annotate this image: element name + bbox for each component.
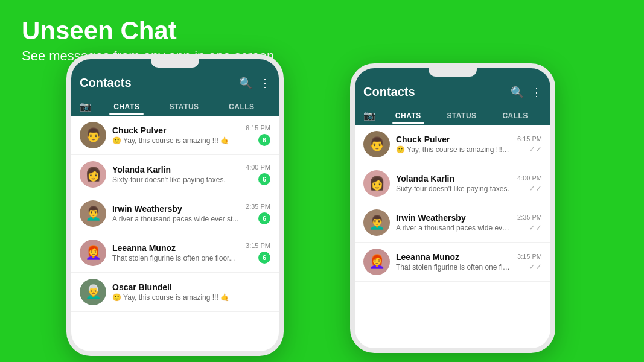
menu-icon-right[interactable]: ⋮ — [531, 86, 542, 99]
header-icons-left: 🔍 ⋮ — [239, 77, 270, 90]
tab-status-left[interactable]: STATUS — [155, 99, 212, 115]
chat-name: Leeanna Munoz — [396, 252, 511, 262]
chat-time: 4:00 PM — [517, 174, 542, 182]
chat-item[interactable]: 👩 Yolanda Karlin Sixty-four doesn't like… — [355, 164, 550, 203]
chat-meta: 3:15 PM ✓✓ — [517, 253, 542, 272]
phone-notch-right — [429, 68, 477, 77]
chat-time: 4:00 PM — [246, 164, 270, 171]
wa-header-right: Contacts 🔍 ⋮ 📷 CHATS STATUS CALLS — [355, 68, 550, 125]
tabs-right: 📷 CHATS STATUS CALLS — [363, 104, 542, 125]
avatar: 👩 — [363, 170, 390, 197]
chat-preview: 🙂 Yay, this course is amazing !!! 🤙 — [112, 293, 264, 302]
avatar: 👨 — [80, 122, 106, 148]
header-icons-right: 🔍 ⋮ — [511, 86, 542, 99]
chat-info: Yolanda Karlin Sixty-four doesn't like p… — [396, 174, 511, 193]
avatar: 👩‍🦰 — [363, 249, 390, 275]
chat-meta: 2:35 PM 6 — [246, 203, 270, 224]
chat-name: Irwin Weathersby — [396, 213, 511, 223]
phone-right: Contacts 🔍 ⋮ 📷 CHATS STATUS CALLS 👨 — [350, 63, 555, 353]
unread-badge: 6 — [258, 252, 270, 264]
avatar: 👨‍🦳 — [80, 279, 106, 305]
chat-meta: 2:35 PM ✓✓ — [517, 214, 542, 232]
chat-name: Chuck Pulver — [396, 135, 511, 144]
chat-preview: 🙂 Yay, this course is amazing !!! 🤙 — [112, 136, 240, 145]
chat-preview: Sixty-four doesn't like paying taxes. — [112, 176, 240, 184]
unread-badge: 6 — [258, 173, 270, 185]
chat-time: 3:15 PM — [517, 253, 542, 260]
chat-name: Yolanda Karlin — [112, 165, 240, 174]
chat-preview: A river a thousand paces wide ever st... — [112, 215, 240, 223]
chat-list-left: 👨 Chuck Pulver 🙂 Yay, this course is ama… — [71, 116, 279, 351]
chat-preview: 🙂 Yay, this course is amazing !!! 🤙 — [396, 145, 511, 154]
unread-badge: 6 — [258, 134, 270, 146]
wa-header-left: Contacts 🔍 ⋮ 📷 CHATS STATUS CALLS — [71, 59, 279, 116]
phone-screen-left: Contacts 🔍 ⋮ 📷 CHATS STATUS CALLS 👨 — [71, 59, 279, 351]
chat-preview: Sixty-four doesn't like paying taxes. — [396, 185, 511, 193]
chat-item[interactable]: 👨‍🦳 Oscar Blundell 🙂 Yay, this course is… — [71, 273, 279, 312]
chat-item[interactable]: 👩‍🦰 Leeanna Munoz That stolen figurine i… — [71, 233, 279, 273]
chat-time: 2:35 PM — [517, 214, 542, 221]
chat-info: Leeanna Munoz That stolen figurine is of… — [396, 252, 511, 272]
tabs-left: 📷 CHATS STATUS CALLS — [80, 95, 270, 116]
header-title-left: Contacts — [80, 76, 132, 90]
chat-meta: 4:00 PM 6 — [246, 164, 270, 185]
chat-info: Chuck Pulver 🙂 Yay, this course is amazi… — [396, 135, 511, 154]
chat-item[interactable]: 👩‍🦰 Leeanna Munoz That stolen figurine i… — [355, 243, 550, 282]
chat-meta: 4:00 PM ✓✓ — [517, 174, 542, 193]
chat-item[interactable]: 👨 Chuck Pulver 🙂 Yay, this course is ama… — [355, 125, 550, 164]
chat-meta: 6:15 PM ✓✓ — [517, 135, 542, 154]
chat-name: Oscar Blundell — [112, 282, 264, 292]
avatar: 👩 — [80, 161, 106, 188]
chat-list-right: 👨 Chuck Pulver 🙂 Yay, this course is ama… — [355, 125, 550, 348]
chat-info: Chuck Pulver 🙂 Yay, this course is amazi… — [112, 125, 240, 145]
chat-info: Leeanna Munoz That stolen figurine is of… — [112, 243, 240, 262]
chat-meta: 3:15 PM 6 — [246, 242, 270, 264]
chat-item[interactable]: 👨‍🦱 Irwin Weathersby A river a thousand … — [71, 194, 279, 233]
read-receipt-icon: ✓✓ — [529, 223, 542, 232]
chat-name: Irwin Weathersby — [112, 204, 240, 214]
chat-time: 6:15 PM — [246, 124, 270, 132]
chat-preview: That stolen figurine is often one floor.… — [112, 254, 240, 262]
header-row-left: Contacts 🔍 ⋮ — [80, 76, 270, 90]
tab-camera-left[interactable]: 📷 — [80, 97, 98, 116]
tab-calls-left[interactable]: CALLS — [213, 99, 270, 115]
chat-preview: That stolen figurine is often one floor.… — [396, 263, 511, 272]
unread-badge: 6 — [258, 212, 270, 224]
read-receipt-icon: ✓✓ — [529, 262, 542, 272]
phone-notch-left — [151, 59, 199, 68]
header-title-right: Contacts — [363, 85, 415, 99]
search-icon-right[interactable]: 🔍 — [511, 86, 524, 99]
header-row-right: Contacts 🔍 ⋮ — [363, 85, 542, 99]
avatar: 👨 — [363, 131, 390, 157]
chat-item[interactable]: 👨‍🦱 Irwin Weathersby A river a thousand … — [355, 203, 550, 243]
chat-time: 2:35 PM — [246, 203, 270, 210]
chat-item[interactable]: 👩 Yolanda Karlin Sixty-four doesn't like… — [71, 155, 279, 194]
chat-time: 3:15 PM — [246, 242, 270, 249]
chat-name: Yolanda Karlin — [396, 174, 511, 183]
chat-preview: A river a thousand paces wide ever st... — [396, 224, 511, 232]
chat-info: Irwin Weathersby A river a thousand pace… — [396, 213, 511, 232]
avatar: 👨‍🦱 — [80, 200, 106, 227]
read-receipt-icon: ✓✓ — [529, 145, 542, 154]
chat-name: Leeanna Munoz — [112, 243, 240, 253]
tab-chats-left[interactable]: CHATS — [98, 99, 155, 115]
chat-name: Chuck Pulver — [112, 125, 240, 135]
avatar: 👨‍🦱 — [363, 209, 390, 236]
hero-title: Unseen Chat — [22, 17, 274, 45]
chat-info: Yolanda Karlin Sixty-four doesn't like p… — [112, 165, 240, 184]
chat-info: Irwin Weathersby A river a thousand pace… — [112, 204, 240, 223]
read-receipt-icon: ✓✓ — [529, 184, 542, 193]
phone-left: Contacts 🔍 ⋮ 📷 CHATS STATUS CALLS 👨 — [66, 54, 284, 356]
chat-item[interactable]: 👨 Chuck Pulver 🙂 Yay, this course is ama… — [71, 116, 279, 155]
tab-calls-right[interactable]: CALLS — [488, 108, 542, 124]
tab-chats-right[interactable]: CHATS — [381, 108, 435, 124]
chat-meta: 6:15 PM 6 — [246, 124, 270, 146]
search-icon-left[interactable]: 🔍 — [239, 77, 252, 90]
menu-icon-left[interactable]: ⋮ — [260, 77, 270, 90]
tab-camera-right[interactable]: 📷 — [363, 106, 381, 125]
avatar: 👩‍🦰 — [80, 240, 106, 266]
chat-info: Oscar Blundell 🙂 Yay, this course is ama… — [112, 282, 264, 302]
phone-screen-right: Contacts 🔍 ⋮ 📷 CHATS STATUS CALLS 👨 — [355, 68, 550, 348]
tab-status-right[interactable]: STATUS — [435, 108, 489, 124]
chat-time: 6:15 PM — [517, 135, 542, 142]
